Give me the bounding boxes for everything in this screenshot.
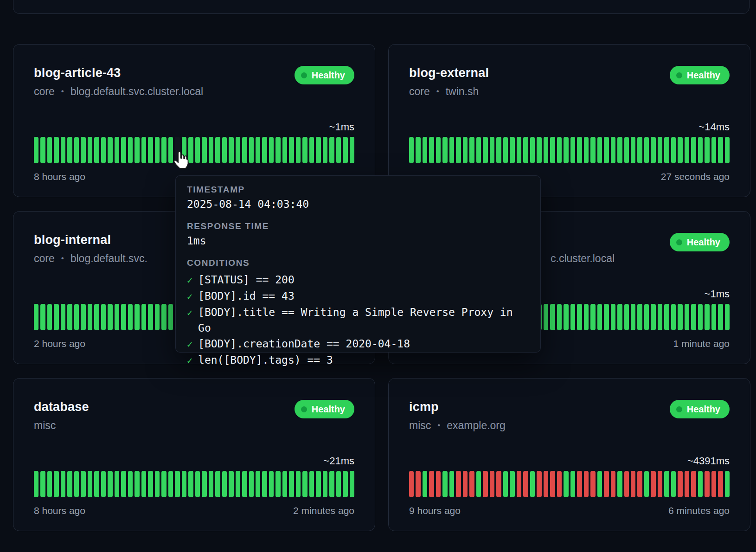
health-bar[interactable] — [175, 471, 179, 497]
health-bar[interactable] — [262, 137, 267, 163]
health-bar[interactable] — [236, 471, 240, 497]
health-bar[interactable] — [617, 137, 622, 163]
health-bar[interactable] — [135, 471, 139, 497]
health-bar[interactable] — [691, 137, 696, 163]
health-bar[interactable] — [469, 137, 474, 163]
health-bar[interactable] — [577, 304, 582, 330]
health-bar[interactable] — [590, 304, 595, 330]
health-bar[interactable] — [725, 471, 730, 497]
health-bar[interactable] — [323, 137, 327, 163]
health-bar[interactable] — [664, 471, 669, 497]
health-bar[interactable] — [711, 137, 716, 163]
health-bar[interactable] — [222, 471, 227, 497]
health-bar[interactable] — [530, 137, 535, 163]
health-bar[interactable] — [705, 304, 709, 330]
health-bar[interactable] — [698, 137, 703, 163]
health-bar[interactable] — [476, 137, 481, 163]
health-bar[interactable] — [94, 304, 99, 330]
health-bar[interactable] — [429, 137, 434, 163]
health-bar[interactable] — [88, 471, 92, 497]
health-bar[interactable] — [135, 137, 139, 163]
health-bar[interactable] — [182, 471, 186, 497]
health-bar[interactable] — [631, 471, 635, 497]
health-bar[interactable] — [215, 471, 220, 497]
health-bar[interactable] — [442, 137, 447, 163]
health-bar[interactable] — [449, 471, 454, 497]
health-bar[interactable] — [637, 304, 642, 330]
health-bar[interactable] — [557, 304, 562, 330]
service-card[interactable]: database misc • Healthy ~21ms 8 hours ag… — [13, 378, 375, 531]
health-bar[interactable] — [409, 471, 414, 497]
health-bar[interactable] — [631, 137, 635, 163]
health-bar[interactable] — [168, 304, 173, 330]
health-bar[interactable] — [101, 471, 106, 497]
health-bar[interactable] — [115, 304, 119, 330]
health-bar[interactable] — [343, 137, 347, 163]
health-bar[interactable] — [624, 137, 629, 163]
health-bar[interactable] — [617, 304, 622, 330]
health-bar[interactable] — [135, 304, 139, 330]
health-bar[interactable] — [67, 304, 72, 330]
health-bar[interactable] — [469, 471, 474, 497]
health-bar[interactable] — [611, 471, 615, 497]
health-bar[interactable] — [128, 304, 133, 330]
health-bar[interactable] — [624, 304, 629, 330]
health-bar[interactable] — [456, 471, 461, 497]
health-bar[interactable] — [550, 304, 555, 330]
health-bar[interactable] — [155, 137, 160, 163]
health-bar[interactable] — [329, 137, 334, 163]
health-bar[interactable] — [323, 471, 327, 497]
health-bar[interactable] — [517, 137, 521, 163]
health-bar[interactable] — [148, 137, 153, 163]
health-bar[interactable] — [343, 471, 347, 497]
health-bar[interactable] — [34, 137, 38, 163]
health-bar[interactable] — [40, 304, 45, 330]
health-bar[interactable] — [718, 471, 723, 497]
health-bar[interactable] — [691, 471, 696, 497]
health-bar[interactable] — [503, 471, 508, 497]
health-bar[interactable] — [671, 471, 676, 497]
health-bar[interactable] — [275, 137, 280, 163]
health-bar[interactable] — [711, 471, 716, 497]
health-bar[interactable] — [490, 471, 494, 497]
health-bar[interactable] — [590, 137, 595, 163]
health-bar[interactable] — [34, 304, 38, 330]
health-bar[interactable] — [61, 137, 65, 163]
health-bar[interactable] — [537, 471, 541, 497]
health-bar[interactable] — [94, 137, 99, 163]
health-bar[interactable] — [644, 137, 649, 163]
health-bar[interactable] — [336, 471, 341, 497]
health-bar[interactable] — [584, 137, 589, 163]
health-bar[interactable] — [108, 471, 112, 497]
health-bar[interactable] — [40, 471, 45, 497]
health-bar[interactable] — [74, 471, 79, 497]
health-bar[interactable] — [644, 471, 649, 497]
health-bar[interactable] — [496, 471, 501, 497]
health-bar[interactable] — [47, 137, 52, 163]
health-bar[interactable] — [141, 471, 146, 497]
health-bar[interactable] — [175, 137, 179, 163]
health-bar[interactable] — [429, 471, 434, 497]
health-bar[interactable] — [691, 304, 696, 330]
health-bar[interactable] — [329, 471, 334, 497]
health-bar[interactable] — [651, 471, 655, 497]
health-bar[interactable] — [611, 304, 615, 330]
health-bar[interactable] — [423, 471, 427, 497]
health-bar[interactable] — [664, 304, 669, 330]
health-bar[interactable] — [302, 137, 307, 163]
health-bar[interactable] — [590, 471, 595, 497]
health-bar[interactable] — [209, 137, 213, 163]
health-bar[interactable] — [557, 137, 562, 163]
health-bar[interactable] — [108, 137, 112, 163]
health-bar[interactable] — [182, 137, 186, 163]
health-bar[interactable] — [289, 471, 294, 497]
health-bar[interactable] — [188, 471, 193, 497]
health-bar[interactable] — [350, 137, 354, 163]
health-bar[interactable] — [644, 304, 649, 330]
health-bar[interactable] — [530, 471, 535, 497]
health-bar[interactable] — [242, 471, 247, 497]
health-bar[interactable] — [711, 304, 716, 330]
health-bar[interactable] — [671, 137, 676, 163]
health-bar[interactable] — [442, 471, 447, 497]
health-bar[interactable] — [658, 471, 662, 497]
